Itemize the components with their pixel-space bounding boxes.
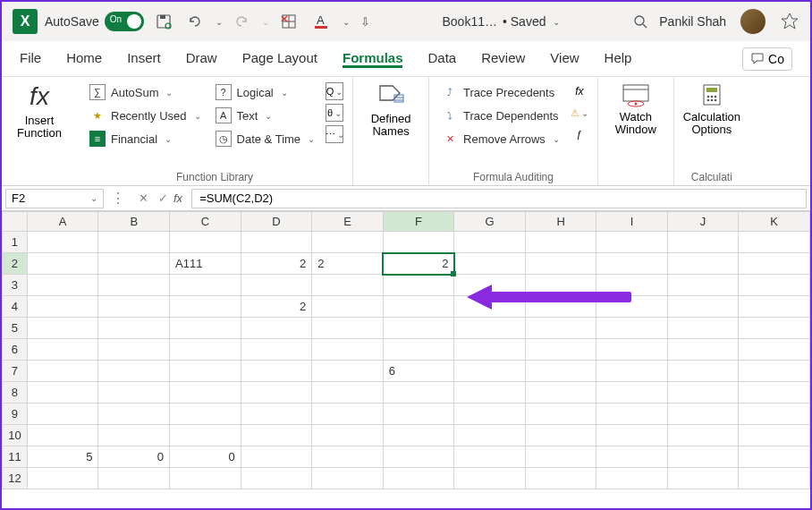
cell-A11[interactable]: 5: [27, 446, 98, 468]
cell-F2[interactable]: 2: [383, 253, 454, 275]
cell-B6[interactable]: [98, 339, 170, 361]
tab-home[interactable]: Home: [66, 50, 102, 67]
row-header-10[interactable]: 10: [3, 425, 28, 446]
cell-E4[interactable]: [312, 296, 384, 318]
cell-J12[interactable]: [667, 468, 739, 489]
row-header-9[interactable]: 9: [3, 404, 28, 425]
cell-F4[interactable]: [383, 296, 454, 318]
cell-D7[interactable]: [241, 361, 312, 382]
cell-K8[interactable]: [739, 382, 810, 404]
cell-B9[interactable]: [98, 404, 170, 425]
error-checking-icon[interactable]: ⚠⌄: [571, 104, 588, 122]
document-name[interactable]: Book11…: [443, 14, 497, 29]
cell-C12[interactable]: [170, 468, 241, 489]
cell-B7[interactable]: [98, 361, 170, 382]
autosave-toggle[interactable]: On: [105, 12, 144, 31]
cell-G1[interactable]: [454, 232, 526, 253]
col-header-J[interactable]: J: [667, 212, 739, 232]
cell-B11[interactable]: 0: [98, 446, 170, 468]
font-color-icon[interactable]: A: [309, 13, 334, 30]
cell-G3[interactable]: [454, 275, 526, 296]
tab-data[interactable]: Data: [427, 50, 456, 67]
text-button[interactable]: AText⌄: [212, 106, 319, 125]
cell-B10[interactable]: [98, 425, 170, 446]
cell-D11[interactable]: [241, 446, 312, 468]
col-header-C[interactable]: C: [170, 212, 241, 232]
row-header-6[interactable]: 6: [3, 339, 28, 361]
cell-G11[interactable]: [454, 446, 526, 468]
cell-E9[interactable]: [312, 404, 384, 425]
cell-C11[interactable]: 0: [170, 446, 241, 468]
cell-E7[interactable]: [312, 361, 384, 382]
cell-J10[interactable]: [667, 425, 739, 446]
cell-A2[interactable]: [27, 253, 98, 275]
cell-H1[interactable]: [525, 232, 596, 253]
cell-H10[interactable]: [525, 425, 596, 446]
cell-A5[interactable]: [27, 318, 98, 339]
cell-A6[interactable]: [27, 339, 98, 361]
cell-B5[interactable]: [98, 318, 170, 339]
tab-view[interactable]: View: [550, 50, 579, 67]
trace-dependents-button[interactable]: ⤵Trace Dependents: [438, 106, 563, 125]
tab-help[interactable]: Help: [605, 50, 632, 67]
cell-G8[interactable]: [454, 382, 526, 404]
cell-I9[interactable]: [596, 404, 668, 425]
cell-E3[interactable]: [312, 275, 384, 296]
logical-button[interactable]: ?Logical⌄: [212, 82, 319, 102]
formula-input[interactable]: =SUM(C2,D2): [191, 189, 807, 208]
cell-D10[interactable]: [241, 425, 312, 446]
lookup-icon[interactable]: Q⌄: [326, 82, 343, 100]
math-icon[interactable]: θ⌄: [326, 104, 343, 122]
row-header-8[interactable]: 8: [3, 382, 28, 404]
cell-H8[interactable]: [525, 382, 596, 404]
row-header-2[interactable]: 2: [3, 253, 28, 275]
tab-page-layout[interactable]: Page Layout: [242, 50, 317, 67]
cell-C5[interactable]: [170, 318, 241, 339]
cell-A7[interactable]: [27, 361, 98, 382]
cell-B1[interactable]: [98, 232, 170, 253]
user-name[interactable]: Pankil Shah: [659, 14, 726, 29]
cell-E1[interactable]: [312, 232, 384, 253]
fx-icon[interactable]: fx: [173, 191, 182, 205]
cell-K5[interactable]: [739, 318, 810, 339]
col-header-F[interactable]: F: [383, 212, 454, 232]
cell-K7[interactable]: [739, 361, 810, 382]
cell-I7[interactable]: [596, 361, 668, 382]
datetime-button[interactable]: ◷Date & Time⌄: [212, 129, 319, 149]
row-header-4[interactable]: 4: [3, 296, 28, 318]
cell-E5[interactable]: [312, 318, 384, 339]
spreadsheet-grid[interactable]: ABCDEFGHIJK12A111222342567689101150012: [2, 211, 810, 489]
col-header-B[interactable]: B: [98, 212, 170, 232]
cell-D5[interactable]: [241, 318, 312, 339]
cell-I11[interactable]: [596, 446, 668, 468]
cell-A4[interactable]: [27, 296, 98, 318]
tab-draw[interactable]: Draw: [186, 50, 217, 67]
cell-E2[interactable]: 2: [312, 253, 384, 275]
cell-E8[interactable]: [312, 382, 384, 404]
tab-formulas[interactable]: Formulas: [343, 50, 403, 68]
cell-A9[interactable]: [27, 404, 98, 425]
cell-K4[interactable]: [739, 296, 810, 318]
cell-B3[interactable]: [98, 275, 170, 296]
cell-K3[interactable]: [739, 275, 810, 296]
chevron-down-icon[interactable]: ⌄: [90, 193, 97, 203]
cell-J4[interactable]: [667, 296, 739, 318]
cell-A12[interactable]: [27, 468, 98, 489]
col-header-E[interactable]: E: [312, 212, 384, 232]
cell-F1[interactable]: [383, 232, 454, 253]
recently-used-button[interactable]: ★Recently Used⌄: [86, 106, 205, 125]
cell-H6[interactable]: [525, 339, 596, 361]
cell-K12[interactable]: [739, 468, 810, 489]
row-header-5[interactable]: 5: [3, 318, 28, 339]
comments-button[interactable]: Co: [742, 47, 792, 71]
cell-G4[interactable]: [454, 296, 526, 318]
cell-C1[interactable]: [170, 232, 241, 253]
chevron-down-icon[interactable]: ⌄: [553, 17, 560, 27]
cell-F5[interactable]: [383, 318, 454, 339]
cell-K9[interactable]: [739, 404, 810, 425]
cell-B8[interactable]: [98, 382, 170, 404]
cell-G7[interactable]: [454, 361, 526, 382]
cell-B2[interactable]: [98, 253, 170, 275]
cell-H5[interactable]: [525, 318, 596, 339]
col-header-K[interactable]: K: [739, 212, 810, 232]
